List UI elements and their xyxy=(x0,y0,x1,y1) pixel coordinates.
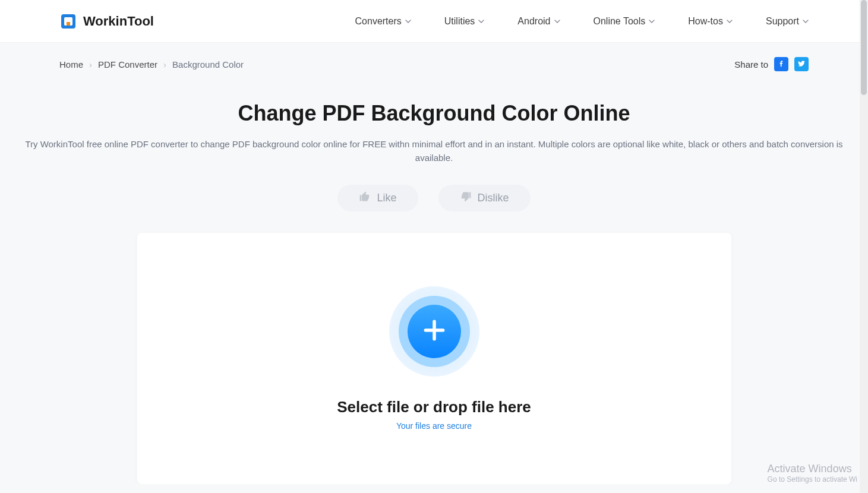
chevron-down-icon xyxy=(478,18,484,24)
breadcrumb-current: Background Color xyxy=(172,59,244,69)
nav-android[interactable]: Android xyxy=(517,16,560,27)
scrollbar-thumb[interactable] xyxy=(861,0,867,95)
upload-dropzone[interactable]: Select file or drop file here Your files… xyxy=(137,233,731,484)
upload-title: Select file or drop file here xyxy=(337,398,531,416)
scrollbar[interactable] xyxy=(860,0,868,484)
facebook-icon xyxy=(777,59,785,69)
share-panel: Share to xyxy=(734,57,809,71)
upload-orb-core xyxy=(408,305,461,358)
logo-icon xyxy=(59,12,77,30)
nav-online-tools[interactable]: Online Tools xyxy=(594,16,655,27)
breadcrumb-row: Home › PDF Converter › Background Color … xyxy=(0,43,868,77)
header: WorkinTool Converters Utilities Android … xyxy=(0,0,868,43)
nav-item-label: Android xyxy=(517,16,550,27)
nav-how-tos[interactable]: How-tos xyxy=(688,16,733,27)
page-description: Try WorkinTool free online PDF converter… xyxy=(0,138,868,165)
chevron-down-icon xyxy=(727,18,733,24)
nav-utilities[interactable]: Utilities xyxy=(444,16,485,27)
thumbs-up-icon xyxy=(359,191,371,206)
like-label: Like xyxy=(377,192,396,204)
breadcrumb-pdf-converter[interactable]: PDF Converter xyxy=(98,59,157,69)
upload-button[interactable] xyxy=(389,286,479,377)
chevron-down-icon xyxy=(803,18,809,24)
nav-item-label: Online Tools xyxy=(594,16,646,27)
chevron-down-icon xyxy=(554,18,560,24)
page-title: Change PDF Background Color Online xyxy=(0,101,868,126)
like-button[interactable]: Like xyxy=(337,185,418,211)
dislike-label: Dislike xyxy=(478,192,509,204)
share-label: Share to xyxy=(734,59,768,69)
chevron-right-icon: › xyxy=(163,59,166,69)
plus-icon xyxy=(421,317,447,346)
logo[interactable]: WorkinTool xyxy=(59,12,154,30)
nav-item-label: Converters xyxy=(355,16,402,27)
logo-text: WorkinTool xyxy=(83,14,154,29)
chevron-down-icon xyxy=(405,18,411,24)
nav-item-label: Utilities xyxy=(444,16,475,27)
upload-orb-ring xyxy=(399,296,470,367)
upload-secure-link[interactable]: Your files are secure xyxy=(396,421,472,431)
share-facebook-button[interactable] xyxy=(774,57,788,71)
share-twitter-button[interactable] xyxy=(794,57,809,71)
chevron-right-icon: › xyxy=(89,59,92,69)
svg-rect-2 xyxy=(67,22,70,26)
breadcrumb-home[interactable]: Home xyxy=(59,59,83,69)
nav-item-label: How-tos xyxy=(688,16,723,27)
nav-item-label: Support xyxy=(766,16,799,27)
thumbs-down-icon xyxy=(460,191,472,206)
dislike-button[interactable]: Dislike xyxy=(438,185,531,211)
twitter-icon xyxy=(797,59,806,69)
main-nav: Converters Utilities Android Online Tool… xyxy=(355,16,809,27)
nav-support[interactable]: Support xyxy=(766,16,809,27)
nav-converters[interactable]: Converters xyxy=(355,16,411,27)
vote-row: Like Dislike xyxy=(0,185,868,211)
breadcrumb: Home › PDF Converter › Background Color xyxy=(59,59,244,69)
chevron-down-icon xyxy=(649,18,655,24)
